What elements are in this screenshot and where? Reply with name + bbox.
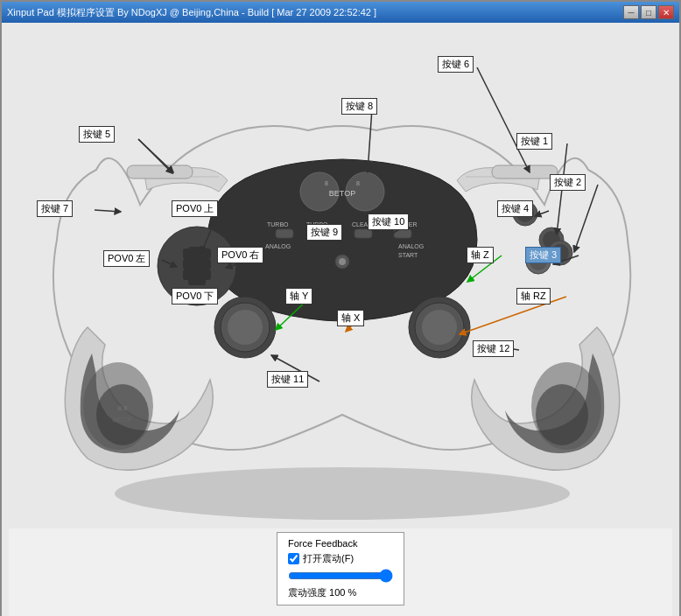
force-feedback-group: Force Feedback 打开震动(F) 震动强度 100 % <box>277 532 404 606</box>
svg-text:8 8: 8 8 <box>117 404 128 412</box>
svg-point-20 <box>339 258 346 265</box>
svg-rect-42 <box>127 165 193 178</box>
window-title: Xinput Pad 模拟程序设置 By NDogXJ @ Beijing,Ch… <box>7 6 623 19</box>
svg-point-28 <box>228 310 263 345</box>
svg-rect-43 <box>492 165 558 178</box>
main-window: Xinput Pad 模拟程序设置 By NDogXJ @ Beijing,Ch… <box>0 0 681 616</box>
titlebar-controls: ─ □ ✕ <box>623 5 674 19</box>
label-pov-left: POV0 左 <box>103 250 150 267</box>
vibration-label: 打开震动(F) <box>303 552 354 565</box>
svg-rect-14 <box>355 229 372 238</box>
label-btn9: 按键 9 <box>306 224 342 241</box>
slider-row <box>288 569 393 583</box>
svg-rect-15 <box>394 229 411 238</box>
svg-text:8: 8 <box>325 180 328 186</box>
svg-point-47 <box>536 384 588 445</box>
svg-point-0 <box>115 467 570 520</box>
label-btn3: 按键 3 <box>525 247 561 263</box>
label-btn7: 按键 7 <box>37 200 73 217</box>
label-btn5: 按键 5 <box>79 126 115 143</box>
label-btn10: 按键 10 <box>368 214 409 230</box>
label-pov-up: POV0 上 <box>172 200 218 217</box>
vibration-row: 打开震动(F) <box>288 552 393 565</box>
label-btn11: 按键 11 <box>267 371 308 388</box>
label-pov-right: POV0 右 <box>217 247 263 263</box>
gamepad-area: BETOP 8 8 TURBO TURBO CLEAR POWER ANALOG… <box>9 30 676 528</box>
label-pov-down: POV0 下 <box>172 288 218 304</box>
main-content: BETOP 8 8 TURBO TURBO CLEAR POWER ANALOG… <box>2 23 679 616</box>
maximize-button[interactable]: □ <box>641 5 656 19</box>
svg-text:BETOP: BETOP <box>329 189 355 198</box>
label-btn2: 按键 2 <box>550 174 586 191</box>
svg-point-31 <box>422 310 457 345</box>
label-axis-z: 轴 Z <box>467 247 494 263</box>
force-feedback-title: Force Feedback <box>288 538 393 549</box>
svg-rect-25 <box>188 247 206 285</box>
label-axis-x: 轴 X <box>337 310 364 326</box>
minimize-button[interactable]: ─ <box>623 5 639 19</box>
label-axis-rz: 轴 RZ <box>516 288 551 304</box>
label-btn8: 按键 8 <box>341 98 377 115</box>
titlebar: Xinput Pad 模拟程序设置 By NDogXJ @ Beijing,Ch… <box>2 2 679 23</box>
svg-point-44 <box>96 384 149 445</box>
svg-rect-12 <box>276 229 293 238</box>
svg-text:BETOP: BETOP <box>112 416 133 423</box>
label-btn4: 按键 4 <box>497 200 533 217</box>
label-btn1: 按键 1 <box>516 133 552 150</box>
svg-text:START: START <box>398 252 418 258</box>
label-btn12: 按键 12 <box>473 340 514 357</box>
label-btn6: 按键 6 <box>438 56 474 73</box>
label-axis-y: 轴 Y <box>285 288 312 304</box>
bottom-area: Force Feedback 打开震动(F) 震动强度 100 % 打开提示音(… <box>9 528 672 616</box>
svg-text:TURBO: TURBO <box>267 221 289 228</box>
svg-text:ANALOG: ANALOG <box>265 243 291 249</box>
vibration-percent-label: 震动强度 100 % <box>288 586 393 599</box>
force-feedback-section: Force Feedback 打开震动(F) 震动强度 100 % <box>16 532 665 612</box>
svg-text:8: 8 <box>356 180 360 186</box>
svg-text:ANALOG: ANALOG <box>398 243 424 249</box>
vibration-slider[interactable] <box>288 569 393 583</box>
vibration-checkbox[interactable] <box>288 553 299 564</box>
close-button[interactable]: ✕ <box>658 5 674 19</box>
